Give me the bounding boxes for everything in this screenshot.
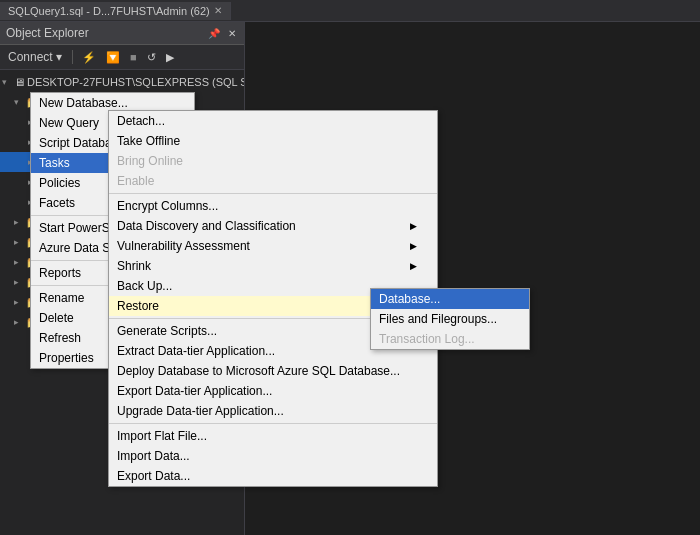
menu-item-detach[interactable]: Detach...	[109, 111, 437, 131]
menu-label: Take Offline	[117, 134, 180, 148]
menu-item-bring-online: Bring Online	[109, 151, 437, 171]
tree-item-server[interactable]: ▾ 🖥 DESKTOP-27FUHST\SQLEXPRESS (SQL Serv…	[0, 72, 244, 92]
menu-label: Database...	[379, 292, 440, 306]
submenu-arrow: ▶	[410, 221, 417, 231]
explorer-toolbar: Connect ▾ ⚡ 🔽 ■ ↺ ▶	[0, 45, 244, 70]
menu-label: Tasks	[39, 156, 70, 170]
menu-item-export-datatier[interactable]: Export Data-tier Application...	[109, 381, 437, 401]
menu-label: Transaction Log...	[379, 332, 475, 346]
menu-item-import-data[interactable]: Import Data...	[109, 446, 437, 466]
menu-item-export-data[interactable]: Export Data...	[109, 466, 437, 486]
menu-item-restore-database[interactable]: Database...	[371, 289, 529, 309]
panel-header: Object Explorer 📌 ✕	[0, 22, 244, 45]
toolbar-separator	[72, 50, 73, 64]
menu-label: New Query	[39, 116, 99, 130]
server-icon: 🖥	[14, 73, 25, 91]
menu-label: Bring Online	[117, 154, 183, 168]
menu-label: Deploy Database to Microsoft Azure SQL D…	[117, 364, 400, 378]
pin-icon[interactable]: 📌	[206, 27, 222, 40]
menu-label: Refresh	[39, 331, 81, 345]
refresh-icon[interactable]: ↺	[144, 49, 159, 66]
menu-label: New Database...	[39, 96, 128, 110]
menu-label: Delete	[39, 311, 74, 325]
menu-label: Extract Data-tier Application...	[117, 344, 275, 358]
close-panel-icon[interactable]: ✕	[226, 27, 238, 40]
menu-label: Policies	[39, 176, 80, 190]
server-label: DESKTOP-27FUHST\SQLEXPRESS (SQL Server 1…	[27, 73, 244, 91]
menu-label: Detach...	[117, 114, 165, 128]
menu-item-encrypt-columns[interactable]: Encrypt Columns...	[109, 196, 437, 216]
panel-controls: 📌 ✕	[206, 27, 238, 40]
menu-label: Export Data-tier Application...	[117, 384, 272, 398]
menu-label: Generate Scripts...	[117, 324, 217, 338]
menu-item-import-flat[interactable]: Import Flat File...	[109, 426, 437, 446]
menu-separator	[109, 423, 437, 424]
expand-icon: ▸	[14, 233, 26, 251]
menu-separator	[109, 193, 437, 194]
stop-icon[interactable]: ■	[127, 49, 140, 65]
menu-label: Vulnerability Assessment	[117, 239, 250, 253]
menu-item-data-discovery[interactable]: Data Discovery and Classification ▶	[109, 216, 437, 236]
menu-item-enable: Enable	[109, 171, 437, 191]
menu-label: Reports	[39, 266, 81, 280]
expand-icon: ▸	[14, 273, 26, 291]
context-menu-restore[interactable]: Database... Files and Filegroups... Tran…	[370, 288, 530, 350]
expand-icon: ▸	[14, 253, 26, 271]
expand-icon: ▸	[14, 293, 26, 311]
expand-icon: ▸	[14, 313, 26, 331]
submenu-arrow: ▶	[410, 261, 417, 271]
menu-label: Export Data...	[117, 469, 190, 483]
submenu-arrow: ▶	[410, 241, 417, 251]
menu-item-restore-transaction: Transaction Log...	[371, 329, 529, 349]
tab-label: SQLQuery1.sql - D...7FUHST\Admin (62)	[8, 5, 210, 17]
expand-icon: ▾	[2, 73, 14, 91]
next-icon[interactable]: ▶	[163, 49, 177, 66]
menu-label: Encrypt Columns...	[117, 199, 218, 213]
menu-item-shrink[interactable]: Shrink ▶	[109, 256, 437, 276]
connect-button[interactable]: Connect ▾	[4, 48, 66, 66]
menu-item-restore-files[interactable]: Files and Filegroups...	[371, 309, 529, 329]
expand-icon: ▾	[14, 93, 26, 111]
menu-label: Data Discovery and Classification	[117, 219, 296, 233]
menu-item-deploy-azure[interactable]: Deploy Database to Microsoft Azure SQL D…	[109, 361, 437, 381]
menu-label: Files and Filegroups...	[379, 312, 497, 326]
connect-label: Connect ▾	[8, 50, 62, 64]
menu-item-upgrade-datatier[interactable]: Upgrade Data-tier Application...	[109, 401, 437, 421]
menu-label: Import Data...	[117, 449, 190, 463]
menu-label: Properties	[39, 351, 94, 365]
query-tab[interactable]: SQLQuery1.sql - D...7FUHST\Admin (62) ✕	[0, 2, 231, 20]
menu-label: Restore	[117, 299, 159, 313]
menu-label: Rename	[39, 291, 84, 305]
panel-title: Object Explorer	[6, 26, 89, 40]
menu-label: Import Flat File...	[117, 429, 207, 443]
filter-icon[interactable]: 🔽	[103, 49, 123, 66]
tab-close-icon[interactable]: ✕	[214, 5, 222, 16]
menu-label: Enable	[117, 174, 154, 188]
menu-label: Back Up...	[117, 279, 172, 293]
menu-label: Upgrade Data-tier Application...	[117, 404, 284, 418]
tab-bar: SQLQuery1.sql - D...7FUHST\Admin (62) ✕	[0, 0, 700, 22]
new-query-icon[interactable]: ⚡	[79, 49, 99, 66]
menu-label: Shrink	[117, 259, 151, 273]
menu-item-vulnerability[interactable]: Vulnerability Assessment ▶	[109, 236, 437, 256]
menu-label: Facets	[39, 196, 75, 210]
expand-icon: ▸	[14, 213, 26, 231]
main-container: SQLQuery1.sql - D...7FUHST\Admin (62) ✕ …	[0, 0, 700, 535]
menu-item-take-offline[interactable]: Take Offline	[109, 131, 437, 151]
